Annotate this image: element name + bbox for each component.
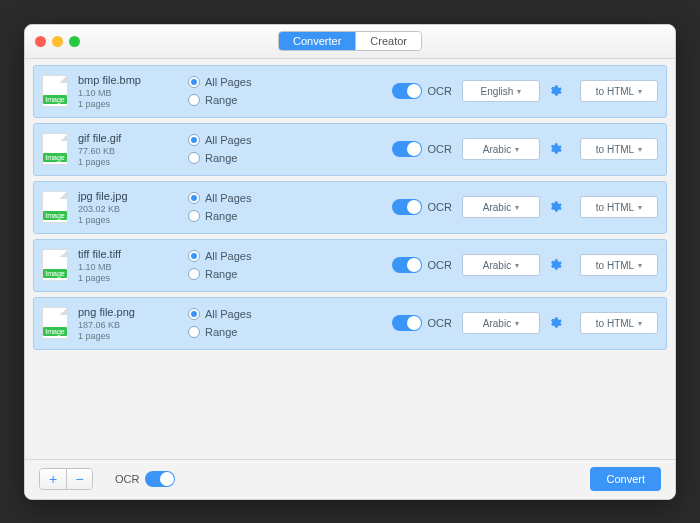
footer-ocr-toggle[interactable]: [145, 471, 175, 487]
language-select[interactable]: Arabic▾: [462, 312, 540, 334]
radio-dot-icon: [188, 152, 200, 164]
all-pages-radio[interactable]: All Pages: [188, 134, 288, 146]
page-range-group: All PagesRange: [188, 250, 288, 280]
range-radio[interactable]: Range: [188, 152, 288, 164]
file-meta: png file.png187.06 KB1 pages: [78, 306, 188, 341]
file-name: gif file.gif: [78, 132, 188, 144]
maximize-icon[interactable]: [69, 36, 80, 47]
file-meta: jpg file.jpg203.02 KB1 pages: [78, 190, 188, 225]
chevron-down-icon: ▾: [638, 145, 642, 154]
image-tag: Image: [43, 153, 66, 162]
all-pages-radio[interactable]: All Pages: [188, 192, 288, 204]
file-thumbnail: Image: [42, 249, 68, 281]
ocr-toggle[interactable]: [392, 83, 422, 99]
format-select[interactable]: to HTML▾: [580, 196, 658, 218]
all-pages-radio[interactable]: All Pages: [188, 76, 288, 88]
footer-ocr-label: OCR: [115, 473, 139, 485]
radio-dot-icon: [188, 250, 200, 262]
file-row[interactable]: Imagepng file.png187.06 KB1 pagesAll Pag…: [33, 297, 667, 350]
all-pages-label: All Pages: [205, 250, 251, 262]
image-tag: Image: [43, 269, 66, 278]
chevron-down-icon: ▾: [515, 203, 519, 212]
format-value: to HTML: [596, 318, 634, 329]
ocr-toggle[interactable]: [392, 257, 422, 273]
format-select[interactable]: to HTML▾: [580, 312, 658, 334]
minimize-icon[interactable]: [52, 36, 63, 47]
range-label: Range: [205, 152, 237, 164]
radio-dot-icon: [188, 308, 200, 320]
file-meta: gif file.gif77.60 KB1 pages: [78, 132, 188, 167]
format-select[interactable]: to HTML▾: [580, 138, 658, 160]
file-name: jpg file.jpg: [78, 190, 188, 202]
ocr-toggle[interactable]: [392, 141, 422, 157]
file-thumbnail: Image: [42, 133, 68, 165]
convert-button[interactable]: Convert: [590, 467, 661, 491]
file-pages: 1 pages: [78, 99, 188, 109]
format-select[interactable]: to HTML▾: [580, 254, 658, 276]
ocr-toggle[interactable]: [392, 315, 422, 331]
file-meta: tiff file.tiff1.10 MB1 pages: [78, 248, 188, 283]
ocr-label: OCR: [428, 259, 452, 271]
gear-icon[interactable]: [548, 200, 562, 214]
chevron-down-icon: ▾: [638, 319, 642, 328]
ocr-toggle[interactable]: [392, 199, 422, 215]
page-range-group: All PagesRange: [188, 134, 288, 164]
chevron-down-icon: ▾: [517, 87, 521, 96]
language-select[interactable]: English▾: [462, 80, 540, 102]
chevron-down-icon: ▾: [515, 319, 519, 328]
file-pages: 1 pages: [78, 331, 188, 341]
range-radio[interactable]: Range: [188, 94, 288, 106]
range-radio[interactable]: Range: [188, 210, 288, 222]
chevron-down-icon: ▾: [515, 145, 519, 154]
file-row[interactable]: Imagejpg file.jpg203.02 KB1 pagesAll Pag…: [33, 181, 667, 234]
file-pages: 1 pages: [78, 157, 188, 167]
language-select[interactable]: Arabic▾: [462, 196, 540, 218]
page-range-group: All PagesRange: [188, 308, 288, 338]
file-pages: 1 pages: [78, 273, 188, 283]
remove-file-button[interactable]: −: [66, 469, 92, 489]
gear-icon[interactable]: [548, 316, 562, 330]
footer-bar: + − OCR Convert: [25, 459, 675, 499]
traffic-lights: [35, 36, 80, 47]
file-meta: bmp file.bmp1.10 MB1 pages: [78, 74, 188, 109]
language-value: Arabic: [483, 144, 511, 155]
gear-icon[interactable]: [548, 142, 562, 156]
all-pages-radio[interactable]: All Pages: [188, 308, 288, 320]
range-radio[interactable]: Range: [188, 268, 288, 280]
add-file-button[interactable]: +: [40, 469, 66, 489]
file-size: 1.10 MB: [78, 88, 188, 98]
format-select[interactable]: to HTML▾: [580, 80, 658, 102]
all-pages-label: All Pages: [205, 134, 251, 146]
close-icon[interactable]: [35, 36, 46, 47]
gear-icon[interactable]: [548, 84, 562, 98]
tab-creator[interactable]: Creator: [355, 32, 421, 50]
tab-converter[interactable]: Converter: [279, 32, 355, 50]
radio-dot-icon: [188, 76, 200, 88]
file-row[interactable]: Imagetiff file.tiff1.10 MB1 pagesAll Pag…: [33, 239, 667, 292]
language-select[interactable]: Arabic▾: [462, 138, 540, 160]
titlebar: Converter Creator: [25, 25, 675, 59]
file-list: Imagebmp file.bmp1.10 MB1 pagesAll Pages…: [25, 59, 675, 459]
ocr-label: OCR: [428, 85, 452, 97]
all-pages-radio[interactable]: All Pages: [188, 250, 288, 262]
radio-dot-icon: [188, 134, 200, 146]
language-select[interactable]: Arabic▾: [462, 254, 540, 276]
radio-dot-icon: [188, 192, 200, 204]
file-size: 203.02 KB: [78, 204, 188, 214]
ocr-label: OCR: [428, 317, 452, 329]
file-row[interactable]: Imagegif file.gif77.60 KB1 pagesAll Page…: [33, 123, 667, 176]
file-size: 77.60 KB: [78, 146, 188, 156]
chevron-down-icon: ▾: [638, 87, 642, 96]
gear-icon[interactable]: [548, 258, 562, 272]
all-pages-label: All Pages: [205, 76, 251, 88]
file-thumbnail: Image: [42, 191, 68, 223]
file-row[interactable]: Imagebmp file.bmp1.10 MB1 pagesAll Pages…: [33, 65, 667, 118]
file-size: 187.06 KB: [78, 320, 188, 330]
format-value: to HTML: [596, 202, 634, 213]
language-value: Arabic: [483, 202, 511, 213]
file-thumbnail: Image: [42, 307, 68, 339]
chevron-down-icon: ▾: [638, 203, 642, 212]
page-range-group: All PagesRange: [188, 76, 288, 106]
format-value: to HTML: [596, 144, 634, 155]
range-radio[interactable]: Range: [188, 326, 288, 338]
